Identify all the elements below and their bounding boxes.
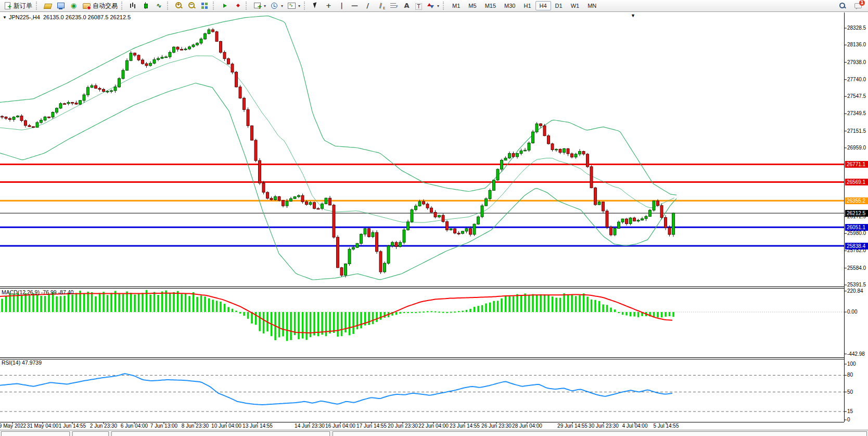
toolbar-group-separator bbox=[443, 2, 446, 10]
tile-windows-button[interactable] bbox=[198, 1, 211, 11]
time-axis-label: 20 Jun 23:30 bbox=[388, 423, 418, 429]
candlestick-button[interactable] bbox=[139, 1, 152, 11]
price-axis-tick: 27151.5 bbox=[847, 128, 866, 134]
zoom-out-button[interactable]: − bbox=[185, 1, 198, 11]
market-watch-button[interactable] bbox=[54, 1, 67, 11]
time-axis-label: 17 Jun 14:55 bbox=[356, 423, 387, 429]
dropdown-arrow-icon[interactable]: ▾ bbox=[264, 4, 266, 8]
timeframe-m1[interactable]: M1 bbox=[448, 1, 464, 10]
price-axis-tick: 25391.5 bbox=[847, 282, 866, 288]
new-chart-button[interactable]: ▾ bbox=[251, 1, 268, 11]
status-bar bbox=[0, 430, 868, 436]
price-line-label: 26771.1 bbox=[845, 161, 868, 168]
status-cell bbox=[333, 431, 867, 436]
price-line-label: 26355.2 bbox=[845, 197, 868, 204]
auto-trading-button[interactable]: 自动交易 bbox=[80, 1, 120, 11]
chat-button[interactable]: 1 bbox=[852, 1, 865, 11]
time-axis-label: 6 Jun 04:00 bbox=[121, 423, 148, 429]
text-label-icon: T bbox=[415, 3, 422, 10]
price-line-label: 26569.1 bbox=[845, 179, 868, 185]
candlestick-icon bbox=[142, 2, 150, 10]
time-axis-label: 9 May 2022 bbox=[0, 423, 26, 429]
trendline-button[interactable]: / bbox=[361, 1, 374, 11]
signals-button[interactable]: ◉ bbox=[67, 1, 80, 11]
chart-shift-marker-icon[interactable]: ▼ bbox=[631, 13, 635, 18]
price-line-label: 26051.1 bbox=[845, 224, 868, 231]
templates-button[interactable]: ▾ bbox=[285, 1, 302, 11]
horizontal-line-button[interactable]: — bbox=[348, 1, 361, 11]
chart-shift-button[interactable] bbox=[231, 1, 244, 11]
trendline-icon: / bbox=[363, 2, 372, 10]
timeframe-m15[interactable]: M15 bbox=[481, 1, 500, 10]
fibonacci-button[interactable] bbox=[387, 1, 400, 11]
price-chart-canvas[interactable] bbox=[0, 0, 868, 436]
line-chart-button[interactable]: ∿ bbox=[152, 1, 165, 11]
market-watch-icon bbox=[56, 2, 65, 10]
price-axis-tick: 28328.5 bbox=[847, 25, 866, 31]
bar-chart-button[interactable] bbox=[126, 1, 139, 11]
vertical-line-button[interactable]: | bbox=[335, 1, 348, 11]
auto-scroll-icon bbox=[220, 2, 229, 10]
status-cell bbox=[111, 431, 330, 436]
time-axis-label: 28 Jun 04:00 bbox=[512, 423, 542, 429]
fibonacci-icon bbox=[389, 2, 398, 10]
chat-icon: 1 bbox=[854, 2, 863, 10]
price-axis-tick: 27740.0 bbox=[847, 77, 866, 83]
new-order-button[interactable]: 新订单 bbox=[1, 1, 34, 11]
chart-ohlc-values: 26135.0 26235.0 26087.5 26212.5 bbox=[43, 14, 131, 20]
rsi-indicator-label: RSI(14) 47.9739 bbox=[2, 359, 42, 366]
chart-shift-icon bbox=[233, 2, 242, 10]
period-clock-button[interactable]: ▾ bbox=[268, 1, 285, 11]
timeframe-d1[interactable]: D1 bbox=[551, 1, 567, 10]
signals-icon: ◉ bbox=[69, 2, 78, 10]
dropdown-arrow-icon[interactable]: ▾ bbox=[298, 4, 300, 8]
price-line-label: 25838.4 bbox=[845, 243, 868, 250]
text-button[interactable]: A bbox=[400, 1, 413, 11]
zoom-out-icon: − bbox=[187, 2, 196, 10]
price-axis-tick: 26959.0 bbox=[847, 145, 866, 151]
price-axis-tick: 80 bbox=[847, 372, 853, 378]
toolbar-group-separator bbox=[304, 2, 307, 10]
dropdown-arrow-icon[interactable]: ▾ bbox=[437, 4, 439, 8]
text-label-button[interactable]: T bbox=[413, 1, 424, 11]
timeframe-m30[interactable]: M30 bbox=[500, 1, 519, 10]
bar-chart-icon bbox=[129, 2, 137, 10]
status-cell bbox=[72, 431, 109, 436]
time-axis-label: 31 May 04:00 bbox=[27, 423, 59, 429]
chart-title: ▼JPN225-,H4 26135.0 26235.0 26087.5 2621… bbox=[3, 14, 131, 20]
timeframe-h4[interactable]: H4 bbox=[535, 1, 551, 10]
toolbar-group-separator bbox=[213, 2, 216, 10]
chart-dropdown-icon[interactable]: ▼ bbox=[3, 15, 7, 20]
price-axis-tick: 27547.5 bbox=[847, 93, 866, 99]
zoom-in-button[interactable]: + bbox=[172, 1, 185, 11]
auto-scroll-button[interactable] bbox=[218, 1, 231, 11]
crosshair-icon: + bbox=[324, 2, 333, 10]
search-button[interactable] bbox=[836, 1, 849, 11]
macd-indicator-label: MACD(12,26,9) -76.99 -87.40 bbox=[2, 289, 73, 295]
time-axis-label: 5 Jul 14:55 bbox=[654, 423, 679, 429]
crosshair-button[interactable]: + bbox=[322, 1, 335, 11]
chart-window: ▼JPN225-,H4 26135.0 26235.0 26087.5 2621… bbox=[0, 0, 868, 436]
channel-icon: ∥ bbox=[375, 1, 386, 11]
timeframe-m5[interactable]: M5 bbox=[464, 1, 480, 10]
timeframe-mn[interactable]: MN bbox=[583, 1, 601, 10]
new-chart-icon bbox=[253, 2, 262, 10]
cursor-button[interactable] bbox=[309, 1, 322, 11]
time-axis-label: 1 Jun 14:55 bbox=[59, 423, 86, 429]
arrows-button[interactable]: ▾ bbox=[424, 1, 441, 11]
time-axis-label: 4 Jul 04:00 bbox=[622, 423, 648, 429]
dropdown-arrow-icon[interactable]: ▾ bbox=[281, 4, 283, 8]
timeframe-h1[interactable]: H1 bbox=[519, 1, 535, 10]
timeframe-w1[interactable]: W1 bbox=[567, 1, 584, 10]
line-chart-icon: ∿ bbox=[155, 2, 163, 10]
channel-button[interactable]: ∥ bbox=[374, 1, 387, 11]
time-axis-label: 16 Jun 04:00 bbox=[325, 423, 355, 429]
notification-badge: 1 bbox=[859, 0, 865, 6]
price-axis-tick: 15 bbox=[847, 408, 853, 415]
gold-button[interactable] bbox=[41, 1, 54, 11]
time-axis-label: 7 Jun 13:00 bbox=[150, 423, 177, 429]
price-axis-tick: 25980.0 bbox=[847, 230, 866, 236]
time-axis-label: 29 Jun 14:55 bbox=[557, 423, 588, 429]
time-axis-label: 8 Jun 23:30 bbox=[182, 423, 209, 429]
trading-terminal: 新订单◉自动交易∿+−▾▾▾+|—/∥AT▾M1M5M15M30H1H4D1W1… bbox=[0, 0, 868, 436]
